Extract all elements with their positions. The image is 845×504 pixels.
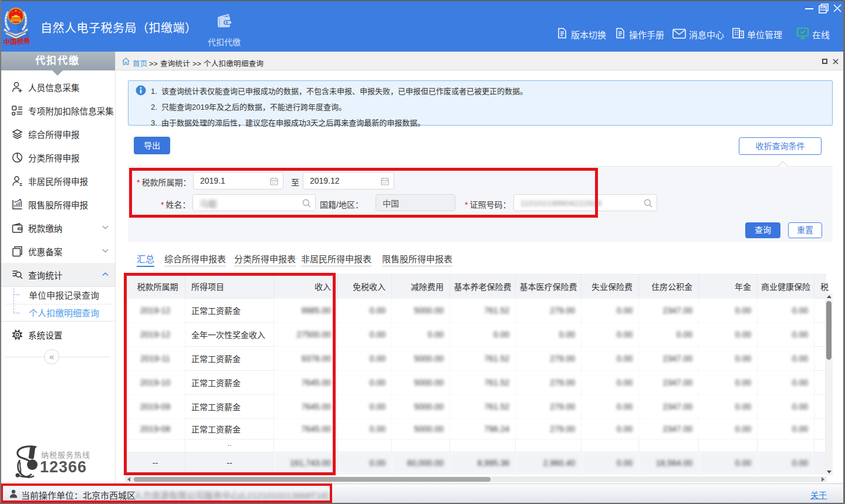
svg-text:中国税务: 中国税务 (3, 37, 31, 46)
